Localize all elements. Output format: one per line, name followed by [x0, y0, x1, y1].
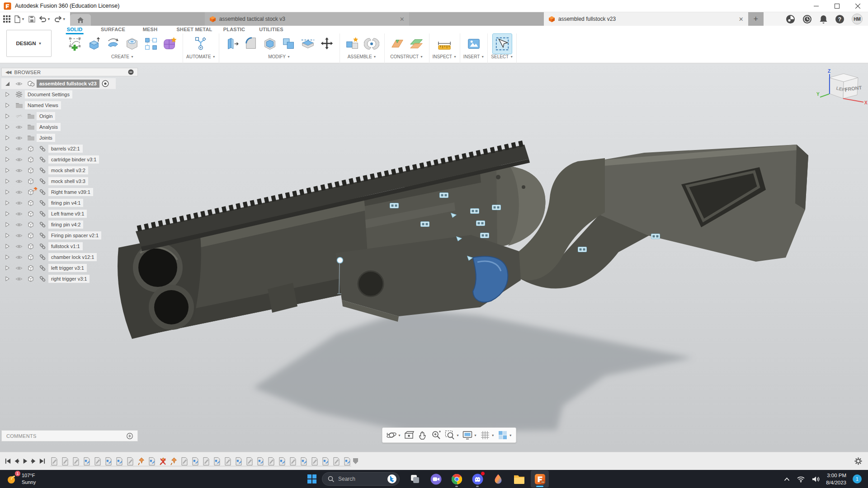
app-grid-button[interactable] [2, 14, 12, 23]
ribbon-tab-solid[interactable]: SOLID [65, 26, 85, 33]
comments-bar[interactable]: COMMENTS [1, 430, 138, 441]
timeline-step-back-button[interactable] [13, 458, 20, 465]
expand-icon[interactable] [1, 113, 13, 119]
expand-icon[interactable] [1, 232, 13, 239]
timeline-step-forward-button[interactable] [30, 458, 37, 465]
automate-tool-button[interactable] [191, 34, 210, 54]
browser-row-7[interactable]: cartridge binder v3:1 [1, 154, 104, 165]
timeline-marker-component[interactable] [126, 457, 134, 466]
browser-row-17[interactable]: left trigger v3:1 [1, 263, 91, 273]
timeline-marker-joint[interactable] [256, 457, 264, 466]
visibility-icon[interactable] [13, 232, 25, 239]
extrude-tool-button[interactable] [85, 34, 104, 54]
undo-button[interactable]: ▼ [38, 15, 52, 23]
press-pull-tool-button[interactable] [222, 34, 241, 54]
timeline-marker-pin-suppressed[interactable] [159, 457, 167, 466]
joint-glyph[interactable] [470, 208, 479, 214]
maximize-button[interactable] [826, 0, 847, 12]
ribbon-tab-sheet-metal[interactable]: SHEET METAL [175, 26, 214, 33]
expand-icon[interactable] [1, 145, 13, 152]
timeline-marker-component[interactable] [245, 457, 254, 466]
zoom-button[interactable] [430, 429, 443, 441]
hidden-icons-button[interactable] [783, 476, 790, 483]
timeline-marker-component[interactable] [332, 457, 340, 466]
look-at-button[interactable] [403, 429, 415, 441]
browser-row-15[interactable]: fullstock v1:1 [1, 241, 87, 252]
3d-viewport[interactable]: LEFT FRONT Z Y X ◀◀ BROWSER assembled fu… [0, 63, 868, 452]
move-copy-tool-button[interactable] [317, 34, 336, 54]
timeline-marker-pin[interactable] [137, 457, 145, 466]
video-call-taskbar-button[interactable] [427, 470, 445, 488]
browser-row-13[interactable]: firing pin v4:2 [1, 219, 88, 230]
timeline-marker-component[interactable] [180, 457, 189, 466]
start-button[interactable] [307, 474, 317, 484]
group-label-assemble[interactable]: ASSEMBLE▼ [348, 54, 377, 59]
view-cube[interactable]: LEFT FRONT Z Y X [816, 69, 868, 110]
timeline-marker-component[interactable] [311, 457, 319, 466]
hide-browser-icon[interactable] [128, 69, 134, 75]
avatar[interactable]: HM [852, 14, 863, 24]
visibility-icon[interactable] [13, 156, 25, 163]
visibility-icon[interactable] [13, 124, 25, 131]
browser-row-4[interactable]: Analysis [1, 122, 65, 132]
browser-row-9[interactable]: mock shell v3:3 [1, 176, 93, 187]
expand-icon[interactable] [1, 102, 13, 108]
browser-row-1[interactable]: Document Settings [1, 89, 77, 100]
redo-button[interactable]: ▼ [53, 15, 67, 23]
minimize-button[interactable] [806, 0, 826, 12]
add-comment-icon[interactable] [127, 433, 133, 439]
browser-row-18[interactable]: right trigger v3:1 [1, 273, 94, 284]
visibility-icon[interactable] [13, 178, 25, 185]
timeline-marker-joint[interactable] [191, 457, 199, 466]
group-label-modify[interactable]: MODIFY▼ [268, 54, 290, 59]
timeline-marker-joint[interactable] [321, 457, 330, 466]
activate-component-icon[interactable] [99, 80, 111, 87]
hole-tool-button[interactable] [123, 34, 142, 54]
visibility-icon[interactable] [13, 145, 25, 152]
timeline-marker-joint[interactable] [148, 457, 156, 466]
orbit-button[interactable]: ▼ [385, 429, 402, 441]
joint-glyph[interactable] [492, 204, 501, 211]
expand-icon[interactable] [1, 167, 13, 174]
ribbon-tab-plastic[interactable]: PLASTIC [222, 26, 247, 33]
volume-button[interactable] [811, 476, 820, 483]
timeline-skip-start-button[interactable] [5, 458, 11, 465]
expand-icon[interactable] [1, 254, 13, 260]
joint-glyph[interactable] [420, 221, 429, 227]
visibility-icon[interactable] [13, 265, 25, 272]
joint-glyph[interactable] [578, 246, 587, 253]
joint-arrow-glyph[interactable] [450, 212, 457, 218]
expand-icon[interactable] [1, 243, 13, 249]
timeline-skip-end-button[interactable] [39, 458, 46, 465]
split-body-tool-button[interactable] [298, 34, 317, 54]
joint-glyph[interactable] [651, 233, 660, 239]
pan-button[interactable] [416, 429, 429, 441]
offset-plane-tool-button[interactable] [407, 34, 426, 54]
grid-display-button[interactable]: ▼ [479, 429, 495, 441]
chrome-taskbar-button[interactable] [448, 470, 466, 488]
discord-taskbar-button[interactable] [468, 470, 486, 488]
timeline-marker-component[interactable] [94, 457, 102, 466]
browser-row-root[interactable]: assembled fullstock v23 [1, 78, 116, 89]
timeline-marker-component[interactable] [224, 457, 232, 466]
group-label-create[interactable]: CREATE▼ [111, 54, 134, 59]
visibility-icon[interactable] [13, 254, 25, 261]
visibility-icon[interactable] [13, 276, 25, 282]
expand-icon[interactable] [1, 156, 13, 163]
expand-icon[interactable] [1, 276, 13, 282]
expand-icon[interactable] [1, 189, 13, 195]
timeline-play-button[interactable] [22, 458, 28, 465]
create-sketch-tool-button[interactable] [66, 34, 85, 54]
visibility-icon[interactable] [13, 80, 25, 87]
ribbon-tab-utilities[interactable]: UTILITIES [257, 26, 285, 33]
timeline-marker-component[interactable] [72, 457, 80, 466]
close-tab-icon[interactable]: ✕ [739, 16, 744, 23]
select-tool-button[interactable] [493, 34, 512, 54]
notification-count-badge[interactable]: 1 [853, 474, 862, 483]
construction-plane-tool-button[interactable] [388, 34, 407, 54]
timeline-marker-joint[interactable] [300, 457, 308, 466]
group-label-insert[interactable]: INSERT▼ [463, 54, 484, 59]
collapse-browser-button[interactable]: ◀◀ [5, 70, 10, 75]
browser-row-6[interactable]: barrels v22:1 [1, 143, 87, 154]
timeline-marker-component[interactable] [61, 457, 69, 466]
